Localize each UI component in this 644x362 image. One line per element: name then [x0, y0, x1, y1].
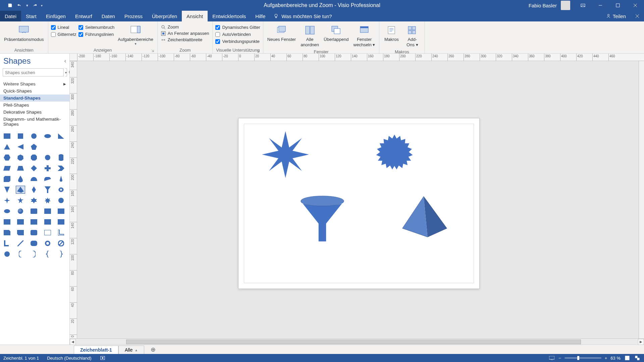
menu-start[interactable]: Start	[21, 11, 41, 21]
praesentationsmodus-button[interactable]: Präsentationsmodus	[3, 23, 45, 44]
shape-hexagon[interactable]	[3, 154, 11, 161]
shape-star-8pt[interactable]	[262, 131, 309, 178]
shape-diamond[interactable]	[30, 165, 38, 172]
minimize-icon[interactable]	[592, 0, 609, 11]
addons-button[interactable]: Add- Ons ▾	[403, 23, 422, 49]
shape-round1[interactable]	[30, 229, 38, 236]
shape-octagon[interactable]	[30, 154, 38, 161]
shape-cube[interactable]	[3, 175, 11, 183]
shape-star7[interactable]	[43, 197, 52, 204]
shape-bracket1[interactable]	[16, 250, 25, 258]
shape-rect4[interactable]	[3, 218, 11, 226]
close-icon[interactable]	[627, 0, 644, 11]
tell-me-search[interactable]: Was möchten Sie tun?	[273, 13, 332, 19]
shape-shadow-circle[interactable]	[16, 207, 25, 215]
shape-rect6[interactable]	[30, 218, 38, 226]
makros-button[interactable]: Makros	[382, 23, 401, 44]
shape-rect-shadow[interactable]	[43, 207, 52, 215]
shape-gear[interactable]	[57, 186, 65, 193]
menu-ansicht[interactable]: Ansicht	[182, 11, 208, 21]
shape-ellipse[interactable]	[43, 132, 52, 140]
shape-snip1[interactable]	[3, 229, 11, 236]
stencil-more-shapes[interactable]: Weitere Shapes▶	[0, 80, 69, 87]
stencil-dekorative-shapes[interactable]: Dekorative Shapes	[0, 109, 69, 116]
fit-page-icon[interactable]	[624, 355, 631, 361]
shape-funnel[interactable]	[43, 186, 52, 193]
qat-customize-icon[interactable]: ▾	[41, 4, 43, 7]
check-autoverbinden[interactable]: AutoVerbinden	[215, 32, 260, 37]
user-name[interactable]: Fabio Basler	[529, 3, 557, 8]
close-subwindow-icon[interactable]	[631, 11, 644, 21]
stencil-pfeil-shapes[interactable]: Pfeil-Shapes	[0, 102, 69, 109]
shape-diagonal[interactable]	[16, 240, 25, 247]
shape-can[interactable]	[57, 154, 65, 161]
share-button[interactable]: Teilen	[601, 13, 631, 19]
stencil-quick-shapes[interactable]: Quick-Shapes	[0, 87, 69, 95]
alle-anordnen-button[interactable]: Alle anordnen	[299, 23, 320, 49]
shape-triangle-down[interactable]	[3, 186, 11, 193]
ueberlappend-button[interactable]: Überlappend	[322, 23, 350, 44]
status-page[interactable]: Zeichenbl. 1 von 1	[3, 356, 39, 361]
collapse-panel-icon[interactable]: ‹	[64, 58, 66, 64]
shape-rect8[interactable]	[57, 218, 65, 226]
shape-circle2[interactable]	[43, 154, 52, 161]
zoom-out-icon[interactable]: −	[558, 356, 561, 361]
drawing-area[interactable]	[77, 61, 644, 339]
menu-hilfe[interactable]: Hilfe	[251, 11, 270, 21]
redo-icon[interactable]	[32, 2, 38, 9]
shape-star5[interactable]	[16, 197, 25, 204]
menu-entwurf[interactable]: Entwurf	[70, 11, 97, 21]
shape-chevron[interactable]	[57, 165, 65, 172]
shape-rect7[interactable]	[43, 218, 52, 226]
shape-rounded-rect[interactable]	[30, 207, 38, 215]
search-input[interactable]	[3, 68, 64, 76]
menu-prozess[interactable]: Prozess	[120, 11, 147, 21]
scroll-left-icon[interactable]: ◀	[70, 339, 76, 345]
shape-donut[interactable]	[43, 240, 52, 247]
save-icon[interactable]	[7, 2, 13, 9]
dialog-launcher-icon[interactable]: ⇲	[151, 49, 154, 53]
stencil-diagramm-shapes[interactable]: Diagramm- und Mathematik-Shapes	[0, 116, 69, 128]
shape-teardrop[interactable]	[57, 175, 65, 183]
hscroll-thumb[interactable]	[126, 340, 581, 344]
stencil-standard-shapes[interactable]: Standard-Shapes	[0, 95, 69, 102]
fit-window-button[interactable]: An Fenster anpassen	[160, 31, 210, 36]
drawing-page[interactable]	[238, 118, 480, 289]
shape-seal[interactable]	[57, 197, 65, 204]
macro-record-icon[interactable]	[99, 355, 106, 361]
menu-entwicklertools[interactable]: Entwicklertools	[208, 11, 251, 21]
shape-arc[interactable]	[30, 175, 38, 183]
shape-pentagon[interactable]	[30, 143, 38, 150]
shape-nosign[interactable]	[57, 240, 65, 247]
shape-sphere[interactable]	[3, 250, 11, 258]
shape-pyramid-3d-on-page[interactable]	[399, 195, 450, 239]
dialog-launcher-icon[interactable]: ⇲	[257, 49, 260, 53]
horizontal-scrollbar[interactable]: ◀ ▶	[70, 339, 644, 345]
menu-datei[interactable]: Datei	[0, 11, 21, 21]
shape-snip2[interactable]	[16, 229, 25, 236]
shape-circle[interactable]	[30, 132, 38, 140]
presentation-view-icon[interactable]	[548, 355, 555, 361]
shape-star6[interactable]	[30, 197, 38, 204]
check-fuehrungslinien[interactable]: Führungslinien	[78, 32, 114, 37]
shape-star4[interactable]	[3, 197, 11, 204]
search-dropdown-icon[interactable]: ▾	[65, 68, 67, 76]
shape-pyramid-3d[interactable]	[16, 186, 25, 193]
check-dynamisches-gitter[interactable]: Dynamisches Gitter	[215, 25, 260, 30]
shape-lshape[interactable]	[57, 229, 65, 236]
page-tab-all[interactable]: Alle▲	[118, 346, 144, 354]
status-language[interactable]: Deutsch (Deutschland)	[47, 356, 91, 361]
page-tab-1[interactable]: Zeichenblatt-1	[74, 346, 118, 354]
zoom-slider-thumb[interactable]	[577, 356, 579, 360]
shape-rect3[interactable]	[57, 207, 65, 215]
shape-lshape2[interactable]	[3, 240, 11, 247]
check-gitternetz[interactable]: Gitternetz	[51, 32, 76, 37]
zoom-button[interactable]: Zoom	[160, 24, 210, 30]
menu-einfuegen[interactable]: Einfügen	[41, 11, 70, 21]
page-width-button[interactable]: Zeichenblattbreite	[160, 37, 210, 43]
shape-triangle[interactable]	[3, 143, 11, 150]
aufgabenbereiche-button[interactable]: Aufgabenbereiche ▼	[116, 23, 155, 47]
shape-drop[interactable]	[16, 175, 25, 183]
shape-seal-24pt[interactable]	[373, 132, 416, 176]
shape-bracket2[interactable]	[30, 250, 38, 258]
